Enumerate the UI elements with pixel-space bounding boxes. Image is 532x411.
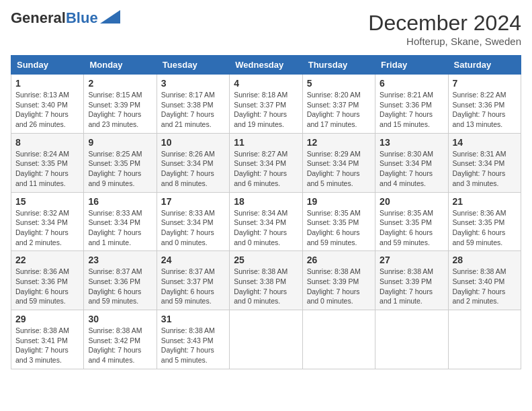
day-number: 19 (307, 196, 371, 207)
day-number: 26 (307, 255, 371, 265)
month-title: December 2024 (368, 11, 521, 36)
calendar-week-3: 15Sunrise: 8:32 AMSunset: 3:34 PMDayligh… (11, 192, 521, 251)
calendar-cell: 13Sunrise: 8:30 AMSunset: 3:34 PMDayligh… (375, 133, 448, 192)
calendar-cell: 7Sunrise: 8:22 AMSunset: 3:36 PMDaylight… (448, 75, 521, 134)
calendar-cell: 15Sunrise: 8:32 AMSunset: 3:34 PMDayligh… (11, 192, 84, 251)
calendar-cell: 23Sunrise: 8:37 AMSunset: 3:36 PMDayligh… (84, 251, 157, 310)
weekday-thursday: Thursday (302, 56, 375, 75)
day-info: Sunrise: 8:33 AMSunset: 3:34 PMDaylight:… (88, 208, 152, 248)
weekday-friday: Friday (375, 56, 448, 75)
calendar-cell: 17Sunrise: 8:33 AMSunset: 3:34 PMDayligh… (157, 192, 229, 251)
day-info: Sunrise: 8:26 AMSunset: 3:34 PMDaylight:… (161, 149, 225, 189)
day-number: 31 (161, 314, 225, 324)
day-number: 23 (88, 255, 152, 265)
day-number: 17 (161, 196, 225, 207)
calendar-week-4: 22Sunrise: 8:36 AMSunset: 3:36 PMDayligh… (11, 251, 521, 310)
calendar-cell: 5Sunrise: 8:20 AMSunset: 3:37 PMDaylight… (302, 75, 375, 134)
day-number: 24 (161, 255, 225, 265)
page-header: GeneralBlue December 2024 Hofterup, Skan… (11, 11, 521, 47)
calendar-week-1: 1Sunrise: 8:13 AMSunset: 3:40 PMDaylight… (11, 75, 521, 134)
calendar-cell: 31Sunrise: 8:38 AMSunset: 3:43 PMDayligh… (157, 310, 229, 369)
day-number: 7 (453, 78, 517, 89)
calendar-cell (375, 310, 448, 369)
day-number: 9 (88, 137, 152, 148)
day-number: 2 (88, 78, 152, 89)
weekday-monday: Monday (84, 56, 157, 75)
day-number: 5 (307, 78, 371, 89)
logo: GeneralBlue (11, 11, 120, 26)
calendar-cell: 30Sunrise: 8:38 AMSunset: 3:42 PMDayligh… (84, 310, 157, 369)
day-number: 21 (453, 196, 517, 207)
calendar-cell: 4Sunrise: 8:18 AMSunset: 3:37 PMDaylight… (230, 75, 302, 134)
day-info: Sunrise: 8:36 AMSunset: 3:35 PMDaylight:… (453, 208, 517, 248)
day-info: Sunrise: 8:35 AMSunset: 3:35 PMDaylight:… (307, 208, 371, 248)
day-info: Sunrise: 8:38 AMSunset: 3:38 PMDaylight:… (234, 267, 298, 306)
day-number: 29 (15, 314, 79, 324)
day-info: Sunrise: 8:27 AMSunset: 3:34 PMDaylight:… (234, 149, 298, 189)
calendar-cell: 28Sunrise: 8:38 AMSunset: 3:40 PMDayligh… (448, 251, 521, 310)
calendar-cell: 1Sunrise: 8:13 AMSunset: 3:40 PMDaylight… (11, 75, 84, 134)
calendar-cell: 22Sunrise: 8:36 AMSunset: 3:36 PMDayligh… (11, 251, 84, 310)
calendar-cell: 21Sunrise: 8:36 AMSunset: 3:35 PMDayligh… (448, 192, 521, 251)
calendar-cell: 16Sunrise: 8:33 AMSunset: 3:34 PMDayligh… (84, 192, 157, 251)
day-number: 15 (15, 196, 79, 207)
day-number: 4 (234, 78, 298, 89)
day-info: Sunrise: 8:15 AMSunset: 3:39 PMDaylight:… (88, 90, 152, 130)
day-info: Sunrise: 8:25 AMSunset: 3:35 PMDaylight:… (88, 149, 152, 189)
day-number: 10 (161, 137, 225, 148)
day-info: Sunrise: 8:24 AMSunset: 3:35 PMDaylight:… (15, 149, 79, 189)
day-number: 14 (453, 137, 517, 148)
day-info: Sunrise: 8:38 AMSunset: 3:39 PMDaylight:… (380, 267, 443, 306)
day-number: 25 (234, 255, 298, 265)
day-info: Sunrise: 8:34 AMSunset: 3:34 PMDaylight:… (234, 208, 298, 248)
day-info: Sunrise: 8:17 AMSunset: 3:38 PMDaylight:… (161, 90, 225, 130)
calendar-cell: 26Sunrise: 8:38 AMSunset: 3:39 PMDayligh… (302, 251, 375, 310)
day-info: Sunrise: 8:38 AMSunset: 3:40 PMDaylight:… (453, 267, 517, 306)
day-number: 1 (15, 78, 79, 89)
day-number: 18 (234, 196, 298, 207)
day-number: 12 (307, 137, 371, 148)
svg-marker-0 (100, 10, 120, 24)
calendar-cell (302, 310, 375, 369)
calendar-cell (448, 310, 521, 369)
day-info: Sunrise: 8:38 AMSunset: 3:42 PMDaylight:… (88, 326, 152, 365)
day-info: Sunrise: 8:22 AMSunset: 3:36 PMDaylight:… (453, 90, 517, 130)
day-info: Sunrise: 8:18 AMSunset: 3:37 PMDaylight:… (234, 90, 298, 130)
calendar-cell: 25Sunrise: 8:38 AMSunset: 3:38 PMDayligh… (230, 251, 302, 310)
logo-general: General (11, 9, 66, 26)
day-info: Sunrise: 8:38 AMSunset: 3:41 PMDaylight:… (15, 326, 79, 365)
day-number: 22 (15, 255, 79, 265)
calendar-week-5: 29Sunrise: 8:38 AMSunset: 3:41 PMDayligh… (11, 310, 521, 369)
calendar-table: SundayMondayTuesdayWednesdayThursdayFrid… (11, 55, 521, 369)
day-number: 27 (380, 255, 443, 265)
calendar-week-2: 8Sunrise: 8:24 AMSunset: 3:35 PMDaylight… (11, 133, 521, 192)
day-number: 30 (88, 314, 152, 324)
day-info: Sunrise: 8:29 AMSunset: 3:34 PMDaylight:… (307, 149, 371, 189)
title-block: December 2024 Hofterup, Skane, Sweden (368, 11, 521, 47)
day-info: Sunrise: 8:36 AMSunset: 3:36 PMDaylight:… (15, 267, 79, 306)
day-number: 8 (15, 137, 79, 148)
calendar-cell: 24Sunrise: 8:37 AMSunset: 3:37 PMDayligh… (157, 251, 229, 310)
calendar-cell: 12Sunrise: 8:29 AMSunset: 3:34 PMDayligh… (302, 133, 375, 192)
day-info: Sunrise: 8:38 AMSunset: 3:39 PMDaylight:… (307, 267, 371, 306)
day-number: 20 (380, 196, 443, 207)
weekday-tuesday: Tuesday (157, 56, 229, 75)
day-number: 16 (88, 196, 152, 207)
calendar-cell: 18Sunrise: 8:34 AMSunset: 3:34 PMDayligh… (230, 192, 302, 251)
calendar-cell: 8Sunrise: 8:24 AMSunset: 3:35 PMDaylight… (11, 133, 84, 192)
day-info: Sunrise: 8:31 AMSunset: 3:34 PMDaylight:… (453, 149, 517, 189)
day-info: Sunrise: 8:30 AMSunset: 3:34 PMDaylight:… (380, 149, 443, 189)
calendar-cell: 27Sunrise: 8:38 AMSunset: 3:39 PMDayligh… (375, 251, 448, 310)
calendar-cell: 11Sunrise: 8:27 AMSunset: 3:34 PMDayligh… (230, 133, 302, 192)
weekday-saturday: Saturday (448, 56, 521, 75)
calendar-cell: 29Sunrise: 8:38 AMSunset: 3:41 PMDayligh… (11, 310, 84, 369)
location: Hofterup, Skane, Sweden (368, 36, 521, 47)
day-info: Sunrise: 8:20 AMSunset: 3:37 PMDaylight:… (307, 90, 371, 130)
day-number: 6 (380, 78, 443, 89)
day-info: Sunrise: 8:32 AMSunset: 3:34 PMDaylight:… (15, 208, 79, 248)
weekday-sunday: Sunday (11, 56, 84, 75)
calendar-cell (230, 310, 302, 369)
day-info: Sunrise: 8:38 AMSunset: 3:43 PMDaylight:… (161, 326, 225, 365)
day-number: 13 (380, 137, 443, 148)
weekday-header-row: SundayMondayTuesdayWednesdayThursdayFrid… (11, 56, 521, 75)
